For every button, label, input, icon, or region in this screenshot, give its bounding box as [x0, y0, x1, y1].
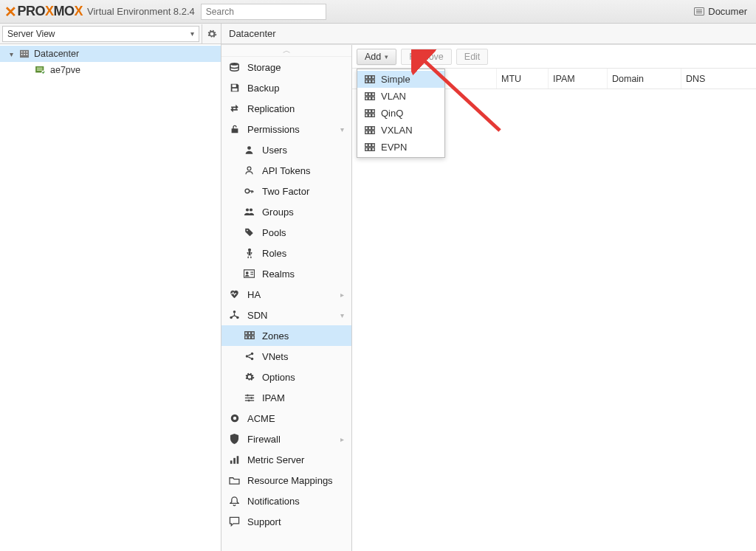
documentation-label: Documer	[708, 6, 747, 17]
tree-settings-button[interactable]	[202, 24, 221, 44]
nav-item-replication[interactable]: Replication	[221, 98, 351, 119]
svg-rect-75	[372, 143, 375, 146]
svg-point-15	[247, 167, 251, 170]
nav-item-realms[interactable]: Realms	[221, 263, 351, 284]
grid-icon	[365, 109, 375, 118]
nav-item-vnets[interactable]: VNets	[221, 346, 351, 367]
resource-tree-pane: Server View ▾ ▾ Datacenter	[0, 24, 221, 551]
folder-icon	[229, 475, 240, 486]
svg-point-35	[245, 355, 248, 358]
nav-label: IPAM	[262, 392, 285, 403]
svg-rect-59	[368, 97, 371, 100]
documentation-button[interactable]: Documer	[690, 4, 752, 19]
svg-point-45	[233, 417, 236, 420]
dropdown-item-vxlan[interactable]: VXLAN	[357, 122, 444, 139]
server-node-icon	[35, 66, 46, 74]
tags-icon	[244, 227, 255, 238]
nav-item-backup[interactable]: Backup	[221, 77, 351, 98]
grid-icon	[365, 92, 375, 101]
svg-rect-62	[368, 109, 371, 112]
svg-rect-72	[372, 131, 375, 134]
svg-point-20	[247, 248, 250, 251]
svg-point-37	[250, 358, 253, 361]
grid-col-mtu[interactable]: MTU	[497, 69, 549, 89]
nav-label: Resource Mappings	[247, 475, 333, 486]
chevron-right-icon: ▸	[340, 435, 344, 443]
dropdown-item-qinq[interactable]: QinQ	[357, 105, 444, 122]
nav-item-ha[interactable]: HA ▸	[221, 284, 351, 305]
dropdown-item-vlan[interactable]: VLAN	[357, 88, 444, 105]
nav-label: Storage	[247, 62, 281, 73]
grid-col-domain[interactable]: Domain	[608, 69, 681, 89]
tree-collapse-icon[interactable]: ▾	[7, 50, 15, 58]
svg-rect-3	[27, 52, 28, 53]
nav-label: Support	[247, 516, 281, 527]
dropdown-label: EVPN	[381, 142, 407, 153]
svg-rect-76	[365, 148, 368, 150]
remove-button[interactable]: Remove	[401, 49, 452, 65]
nav-item-two-factor[interactable]: Two Factor	[221, 181, 351, 201]
grid-col-dns[interactable]: DNS	[681, 69, 748, 89]
add-label: Add	[365, 52, 381, 62]
network-icon	[229, 310, 240, 321]
lock-open-icon	[229, 124, 240, 135]
tree-node-datacenter[interactable]: ▾ Datacenter	[0, 46, 221, 62]
svg-point-11	[230, 62, 238, 65]
dropdown-item-simple[interactable]: Simple	[357, 71, 444, 88]
svg-point-14	[247, 146, 251, 150]
add-button[interactable]: Add ▾	[357, 49, 396, 65]
dropdown-item-evpn[interactable]: EVPN	[357, 139, 444, 156]
chart-bar-icon	[229, 454, 240, 465]
svg-rect-69	[372, 126, 375, 129]
grid-col-ipam[interactable]: IPAM	[549, 69, 608, 89]
nav-item-zones[interactable]: Zones	[221, 325, 351, 346]
add-dropdown: Simple VLAN QinQ VXLAN	[357, 69, 445, 158]
nav-label: Two Factor	[262, 186, 309, 197]
svg-rect-6	[27, 54, 28, 55]
nav-item-notifications[interactable]: Notifications	[221, 491, 351, 511]
nav-label: HA	[247, 289, 261, 300]
nav-item-resource-mappings[interactable]: Resource Mappings	[221, 470, 351, 491]
certificate-icon	[229, 413, 240, 424]
svg-rect-9	[37, 69, 43, 71]
nav-item-pools[interactable]: Pools	[221, 222, 351, 243]
chevron-down-icon: ▾	[190, 30, 194, 38]
tree-node-ae7pve[interactable]: ae7pve	[0, 62, 221, 78]
nav-item-ipam[interactable]: IPAM	[221, 387, 351, 408]
nav-label: Firewall	[247, 434, 281, 445]
grid-icon	[365, 75, 375, 84]
nav-label: API Tokens	[262, 165, 311, 176]
nav-item-sdn[interactable]: SDN ▾	[221, 305, 351, 325]
sliders-icon	[244, 392, 255, 403]
nav-collapse-handle[interactable]: ︿	[221, 45, 351, 57]
nav-item-users[interactable]: Users	[221, 139, 351, 160]
nav-item-support[interactable]: Support	[221, 511, 351, 532]
resource-tree: ▾ Datacenter ae7pve	[0, 44, 221, 78]
database-icon	[229, 62, 240, 73]
svg-rect-12	[232, 85, 236, 88]
nav-label: Users	[262, 145, 287, 156]
svg-rect-53	[368, 80, 371, 83]
edit-button[interactable]: Edit	[456, 49, 489, 65]
nav-item-metric-server[interactable]: Metric Server	[221, 449, 351, 470]
nav-item-acme[interactable]: ACME	[221, 408, 351, 429]
chevron-up-icon: ︿	[283, 45, 291, 56]
search-input[interactable]	[201, 4, 326, 20]
svg-point-16	[245, 189, 250, 193]
svg-rect-8	[37, 68, 43, 69]
nav-item-permissions[interactable]: Permissions ▾	[221, 119, 351, 139]
env-label: Virtual Environment 8.2.4	[87, 6, 195, 17]
svg-rect-66	[372, 114, 375, 117]
view-selector[interactable]: Server View ▾	[2, 26, 199, 42]
chevron-right-icon: ▸	[340, 291, 344, 299]
nav-item-firewall[interactable]: Firewall ▸	[221, 429, 351, 449]
nav-item-groups[interactable]: Groups	[221, 201, 351, 222]
view-selector-label: Server View	[7, 29, 55, 39]
nav-item-roles[interactable]: Roles	[221, 243, 351, 263]
breadcrumb: Datacenter	[221, 24, 756, 44]
nav-item-storage[interactable]: Storage	[221, 57, 351, 77]
nav-item-api-tokens[interactable]: API Tokens	[221, 160, 351, 181]
svg-rect-63	[372, 109, 375, 112]
nav-item-options[interactable]: Options	[221, 367, 351, 387]
nav-label: Backup	[247, 83, 279, 94]
